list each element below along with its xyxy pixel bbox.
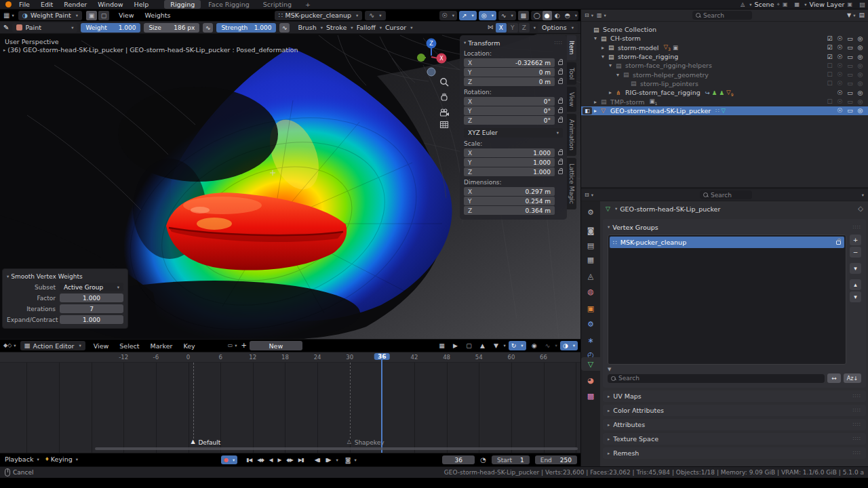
dopesheet-menu-view[interactable]: View [88,342,115,350]
panel-remesh[interactable]: ▸Remesh∷∷ [603,447,866,459]
camera-toggle[interactable]: ◎ [856,89,864,96]
viewport-3d[interactable]: User Perspective ▸ (36) GEO-storm-head-S… [0,34,580,339]
keying-menu[interactable]: ♦ Keying▾ [45,455,78,463]
properties-tab-particles[interactable]: ∗ [581,333,600,347]
camera-toggle[interactable]: ◎ [856,71,864,78]
filter-dropdown[interactable]: ▼▾ [491,341,506,350]
expand-icon[interactable]: ▾ [609,62,616,68]
tri-orange-badge-icon[interactable]: ▽9 [726,89,733,97]
paint-mask-toggle[interactable]: ▢ [98,11,109,20]
view-sphere-dropdown[interactable]: ◑▾ [560,341,578,350]
fade-inactive-toggle[interactable]: ▣ [86,11,97,20]
view-layer-selector[interactable]: ▦ ▾ View Layer ▣ [795,1,852,8]
copy-scene-icon[interactable]: ▣ [783,1,788,7]
add-workspace-button[interactable]: + [299,0,317,9]
zoom-icon[interactable] [439,77,449,87]
camera-toggle[interactable]: ◎ [856,54,864,60]
strength-pressure-toggle[interactable]: ∿ [279,23,290,33]
viewport-menu-view[interactable]: View [113,12,140,19]
next-frame-button[interactable]: ▮▶ [323,457,333,463]
field-factor[interactable]: 1.000 [60,293,123,302]
panel-grip[interactable]: ∷∷ [853,436,861,442]
proportional-edit-dropdown[interactable]: ↻▾ [509,341,526,350]
size-pressure-toggle[interactable]: ∿ [203,23,213,33]
checkbox-on-toggle[interactable]: ☑ [826,44,833,51]
smooth-panel-header[interactable]: ▾ Smooth Vertex Weights [7,272,123,281]
expand-icon[interactable]: ▾ [594,35,601,41]
mirror-z-toggle[interactable]: Z [519,23,530,33]
prev-keyframe-button[interactable]: ◀◆ [255,457,266,463]
new-action-plus-icon[interactable]: + [241,342,246,349]
transform-field-location-x[interactable]: X-0.32662 m [464,58,555,67]
tool-menu-cursor[interactable]: Cursor▾ [383,24,413,31]
copy-view-layer-icon[interactable]: ▣ [847,1,852,7]
transform-field-location-y[interactable]: Y0 m [464,68,555,77]
outliner-row[interactable]: ▾▤storm-helper_geometry☐☉▭◎ [581,70,868,79]
active-mask-selector[interactable]: ∷ MSK-pucker_cleanup▾ [275,11,363,20]
playhead[interactable] [381,353,382,453]
camera-view-icon[interactable] [439,108,450,117]
menu-file[interactable]: File [14,1,35,8]
keying-set-icon[interactable]: ◙ [345,457,351,464]
screen-toggle[interactable]: ▭ [846,107,854,114]
marker-label[interactable]: Shapekey [355,439,384,446]
new-action-button[interactable]: New [250,341,302,350]
properties-tab-object-data[interactable]: ▽ [581,357,600,371]
panel-grip[interactable]: ∷∷ [853,422,861,428]
list-filter-toggle[interactable]: ▼ [608,367,611,372]
size-slider[interactable]: Size186 px [144,23,199,33]
field-iterations[interactable]: 7 [60,304,123,313]
properties-options-icon[interactable]: ▾ [862,192,864,198]
outliner-row[interactable]: ▾▤storm-face_rigging☑☉▭◎ [581,52,868,61]
play-reverse-button[interactable]: ◀ [267,457,275,463]
properties-tab-view-layer[interactable]: ▦ [581,253,600,266]
extensions-icon[interactable]: ▤ [859,1,865,8]
tool-menu-brush[interactable]: Brush▾ [296,24,323,31]
breadcrumb-collapse-icon[interactable]: ▸ [3,47,5,53]
eye-toggle[interactable]: ☉ [836,54,844,60]
active-tool-icon[interactable]: ✎ [3,24,9,31]
options-dropdown[interactable]: Options▾ [538,23,578,33]
mirror-x-toggle[interactable]: X [496,23,507,33]
transform-field-location-z[interactable]: Z0 m [464,77,555,86]
transform-field-dimensions-x[interactable]: X0.297 m [464,187,555,196]
vgroup-badge-icon[interactable]: ∷ [715,107,719,114]
screen-toggle[interactable]: ▭ [846,62,854,69]
expand-icon[interactable]: ▸ [594,99,601,105]
keyframe-interp-dropdown[interactable]: ∿▾ [542,341,557,350]
use-preview-range-icon[interactable]: ◔ [480,457,486,464]
object-visibility-dropdown[interactable]: ☉▾ [439,11,457,20]
expand-icon[interactable]: ▸ [601,45,608,51]
screen-toggle[interactable]: ▭ [846,71,854,78]
eye-toggle[interactable]: ☉ [836,89,844,96]
camera-toggle[interactable]: ◎ [856,107,864,114]
lock-icon[interactable] [558,70,563,75]
checkbox-off-toggle[interactable]: ☐ [826,80,833,87]
field-expand-contract[interactable]: 1.000 [60,315,123,324]
properties-tab-modifiers[interactable]: ⚙ [581,317,600,331]
camera-toggle[interactable]: ◎ [856,35,864,42]
lock-icon[interactable] [558,100,563,104]
only-show-errors-icon[interactable]: ▶ [450,341,461,350]
eye-toggle[interactable]: ☉ [836,98,844,105]
checkbox-off-toggle[interactable]: ☐ [826,71,833,78]
checkbox-off-toggle[interactable]: ☐ [826,98,833,105]
editor-type-button[interactable]: ◆◇ ▾ [3,343,16,348]
scene-selector[interactable]: ◬ ▾ Scene ⌖ ▣ [741,1,787,8]
overlays-dropdown[interactable]: ◎▾ [479,11,496,20]
panel-grip[interactable]: ∷∷ [853,224,861,230]
lock-icon[interactable] [558,119,563,123]
outliner-row[interactable]: ▤storm-lip_pointers☐☉▭◎ [581,79,868,88]
dopesheet-area[interactable]: ▲Default△Shapekey [0,363,580,453]
dopesheet-menu-marker[interactable]: Marker [145,342,178,350]
panel-grip[interactable]: ∷∷ [555,40,563,46]
properties-tab-render[interactable]: ◙ [581,224,600,237]
box-gray-badge-icon[interactable]: ▣ [673,44,678,51]
sidebar-tab-animation[interactable]: Animation [567,114,576,156]
lock-icon[interactable] [558,80,563,84]
camera-toggle[interactable]: ◎ [856,44,864,51]
transform-field-dimensions-z[interactable]: Z0.364 m [464,206,555,215]
lock-icon[interactable] [558,161,563,165]
properties-tab-scene[interactable]: ◬ [581,269,600,283]
lock-icon[interactable] [558,61,563,65]
